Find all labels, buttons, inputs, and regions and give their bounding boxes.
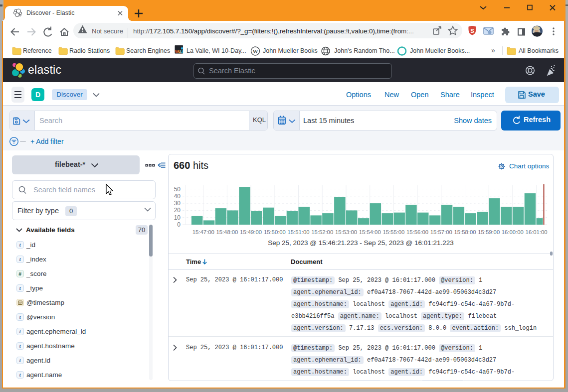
svg-text:S: S bbox=[470, 28, 474, 34]
svg-text:u: u bbox=[181, 48, 184, 54]
svg-text:W: W bbox=[253, 48, 258, 54]
